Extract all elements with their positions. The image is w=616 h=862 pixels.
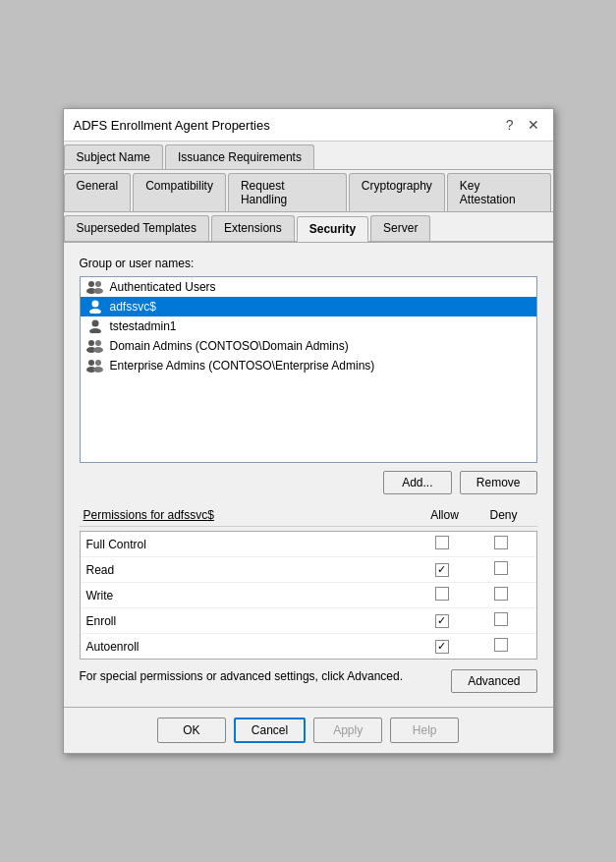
perm-name: Full Control (86, 538, 413, 551)
perm-row-write: Write (81, 583, 536, 608)
tab-content: Group or user names: Authenticated Users… (64, 243, 553, 707)
svg-point-3 (93, 288, 103, 294)
deny-checkbox-full-control[interactable] (472, 536, 531, 552)
allow-checkbox-write[interactable] (413, 587, 472, 603)
help-button[interactable]: ? (502, 117, 518, 133)
tabs-container: Subject Name Issuance Requirements Gener… (64, 142, 553, 243)
group-section-label: Group or user names: (80, 257, 537, 270)
advanced-text: For special permissions or advanced sett… (80, 669, 442, 683)
svg-point-14 (95, 360, 101, 366)
add-remove-row: Add... Remove (80, 471, 537, 494)
perm-name: Write (86, 589, 413, 603)
checkbox[interactable] (494, 638, 508, 652)
svg-point-15 (93, 367, 103, 373)
bottom-bar: OK Cancel Apply Help (64, 707, 553, 753)
user-icon (86, 300, 104, 314)
add-button[interactable]: Add... (383, 471, 452, 494)
svg-point-6 (91, 320, 98, 327)
title-bar-buttons: ? ✕ (502, 117, 543, 133)
perm-row-read: Read (81, 557, 536, 583)
deny-checkbox-read[interactable] (472, 561, 531, 578)
tab-subject-name[interactable]: Subject Name (64, 144, 163, 169)
allow-col-header: Allow (416, 508, 475, 522)
tab-row-1: Subject Name Issuance Requirements (64, 142, 553, 170)
svg-point-11 (93, 347, 103, 353)
svg-point-10 (95, 340, 101, 346)
svg-point-8 (88, 340, 94, 346)
apply-button[interactable]: Apply (313, 718, 382, 743)
close-button[interactable]: ✕ (524, 117, 543, 133)
cancel-button[interactable]: Cancel (234, 718, 306, 743)
perm-row-enroll: Enroll (81, 608, 536, 634)
group-icon (86, 280, 104, 294)
permissions-table: Full Control Read Write (80, 531, 537, 660)
checkbox[interactable] (435, 614, 449, 628)
checkbox[interactable] (494, 587, 508, 601)
group-list[interactable]: Authenticated Users adfssvc$ tstestadmin… (80, 276, 537, 463)
list-item[interactable]: Enterprise Admins (CONTOSO\Enterprise Ad… (81, 356, 536, 375)
allow-checkbox-full-control[interactable] (413, 536, 472, 552)
dialog-window: ADFS Enrollment Agent Properties ? ✕ Sub… (63, 108, 554, 754)
list-item[interactable]: Domain Admins (CONTOSO\Domain Admins) (81, 336, 536, 356)
allow-checkbox-read[interactable] (413, 562, 472, 577)
checkbox[interactable] (494, 536, 508, 549)
group-icon (86, 359, 104, 373)
perm-row-autoenroll: Autoenroll (81, 634, 536, 659)
user-icon (86, 319, 104, 333)
perm-row-full-control: Full Control (81, 532, 536, 557)
perm-name: Autoenroll (86, 640, 413, 654)
list-item[interactable]: tstestadmin1 (81, 316, 536, 336)
deny-checkbox-autoenroll[interactable] (472, 638, 531, 655)
tab-row-3: Superseded Templates Extensions Security… (64, 212, 553, 242)
list-item[interactable]: Authenticated Users (81, 277, 536, 297)
list-item[interactable]: adfssvc$ (81, 297, 536, 316)
group-icon (86, 339, 104, 353)
checkbox[interactable] (435, 563, 449, 577)
tab-compatibility[interactable]: Compatibility (133, 173, 226, 211)
tab-row-2: General Compatibility Request Handling C… (64, 170, 553, 212)
svg-point-7 (89, 328, 101, 333)
tab-cryptography[interactable]: Cryptography (349, 173, 445, 211)
svg-point-5 (89, 309, 101, 314)
svg-point-2 (95, 281, 101, 287)
deny-checkbox-enroll[interactable] (472, 612, 531, 629)
tab-issuance-requirements[interactable]: Issuance Requirements (165, 144, 314, 169)
svg-point-4 (91, 301, 98, 308)
permissions-label: Permissions for adfssvc$ (84, 508, 416, 522)
dialog-title: ADFS Enrollment Agent Properties (74, 118, 270, 133)
tab-server[interactable]: Server (370, 215, 430, 241)
advanced-row: For special permissions or advanced sett… (80, 669, 537, 693)
deny-checkbox-write[interactable] (472, 587, 531, 603)
deny-col-header: Deny (475, 508, 533, 522)
title-bar: ADFS Enrollment Agent Properties ? ✕ (64, 109, 553, 142)
tab-superseded-templates[interactable]: Superseded Templates (64, 215, 210, 241)
advanced-button[interactable]: Advanced (451, 669, 536, 693)
perm-name: Read (86, 563, 413, 577)
tab-request-handling[interactable]: Request Handling (228, 173, 347, 211)
remove-button[interactable]: Remove (460, 471, 537, 494)
checkbox[interactable] (494, 612, 508, 626)
help-button-footer[interactable]: Help (390, 718, 459, 743)
perm-name: Enroll (86, 614, 413, 628)
allow-checkbox-enroll[interactable] (413, 613, 472, 628)
tab-extensions[interactable]: Extensions (211, 215, 295, 241)
tab-security[interactable]: Security (297, 216, 368, 242)
svg-point-12 (88, 360, 94, 366)
tab-key-attestation[interactable]: Key Attestation (447, 173, 551, 211)
checkbox[interactable] (435, 587, 449, 601)
svg-point-0 (88, 281, 94, 287)
allow-checkbox-autoenroll[interactable] (413, 639, 472, 654)
ok-button[interactable]: OK (157, 718, 226, 743)
checkbox[interactable] (494, 561, 508, 575)
permissions-header: Permissions for adfssvc$ Allow Deny (80, 508, 537, 527)
checkbox[interactable] (435, 536, 449, 549)
checkbox[interactable] (435, 640, 449, 654)
tab-general[interactable]: General (64, 173, 132, 211)
